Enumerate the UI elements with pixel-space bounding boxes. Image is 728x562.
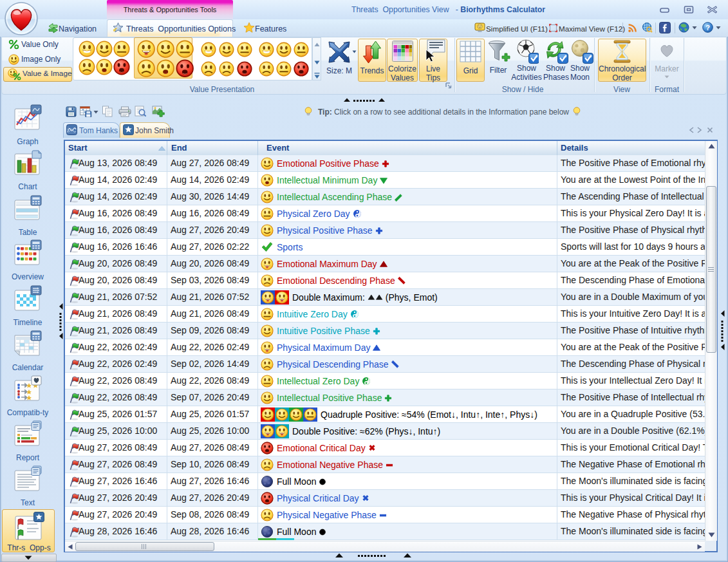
svg-text:?: ?: [705, 24, 710, 32]
